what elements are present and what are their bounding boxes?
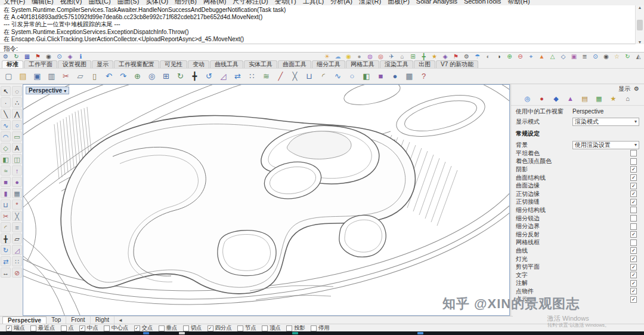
help-panel-tab-icon[interactable]: ⌂ (623, 94, 632, 103)
help-icon[interactable]: ? (417, 70, 430, 82)
target-icon[interactable]: ◎ (377, 53, 385, 60)
taskbar-app-indicator[interactable] (179, 332, 185, 334)
display-option-checkbox[interactable] (630, 166, 637, 173)
triangle-icon[interactable]: ▲ (538, 53, 546, 60)
osnap-checkbox[interactable] (61, 325, 67, 331)
circle-icon[interactable]: ○ (12, 120, 22, 130)
viewport-title[interactable]: Perspective▾ (26, 87, 69, 94)
crosshair-icon[interactable]: ⌖ (527, 53, 535, 60)
mesh-icon[interactable]: ▦ (403, 70, 416, 82)
display-panel-tab-icon[interactable]: ◎ (523, 94, 532, 103)
menu-item[interactable]: 视图(V) (60, 0, 82, 5)
zoom-extents-icon[interactable]: ⊞ (160, 70, 172, 82)
trim-icon[interactable]: ╱ (274, 70, 287, 82)
bulb-icon[interactable]: ◉ (345, 53, 352, 60)
display-option-checkbox[interactable] (630, 199, 637, 205)
display-option-checkbox[interactable] (630, 288, 637, 294)
toolbar-tab[interactable]: 标准 (2, 60, 23, 68)
mesh-icon[interactable]: ▦ (12, 188, 22, 198)
osnap-checkbox[interactable] (286, 325, 292, 331)
taskbar-app-indicator[interactable] (292, 332, 298, 334)
sun-icon[interactable]: ☀ (323, 53, 331, 60)
menu-item[interactable]: 文件(F) (4, 0, 25, 5)
plus-circle-icon[interactable]: ⊕ (506, 53, 513, 60)
join-icon[interactable]: ⊔ (303, 70, 315, 82)
toolbar-tab[interactable]: 出图 (414, 60, 435, 68)
circle-icon[interactable]: ○ (346, 70, 358, 82)
square-icon[interactable]: ▣ (570, 53, 578, 60)
minus-circle-icon[interactable]: ⊖ (516, 53, 524, 60)
mirror-icon[interactable]: ⇄ (1, 256, 11, 266)
cylinder-icon[interactable]: ▮ (1, 188, 11, 198)
display-option-checkbox[interactable] (630, 183, 637, 189)
triangle-outline-icon[interactable]: △ (549, 53, 556, 60)
hide-icon[interactable]: ⊘ (12, 268, 22, 278)
pan-icon[interactable]: ⊕ (131, 70, 144, 82)
join-icon[interactable]: ⊔ (1, 199, 11, 210)
curve-icon[interactable]: ∿ (1, 120, 11, 130)
display-option-checkbox[interactable] (630, 280, 637, 287)
display-option-checkbox[interactable] (630, 264, 637, 271)
extrude-icon[interactable]: ↑ (12, 165, 22, 176)
menu-item[interactable]: 网格(M) (203, 0, 227, 5)
polygon-icon[interactable]: ◇ (1, 143, 11, 153)
copy-icon[interactable]: ▱ (74, 70, 86, 82)
lasso-icon[interactable]: ◌ (12, 86, 22, 96)
display-mode-select[interactable]: 渲染模式 ▾ (572, 118, 639, 126)
display-option-checkbox[interactable] (630, 223, 637, 230)
osnap-checkbox[interactable] (262, 325, 268, 331)
box-icon[interactable]: ■ (1, 177, 11, 187)
loft-icon[interactable]: ≈ (1, 165, 11, 176)
offset-icon[interactable]: ≡ (12, 222, 22, 232)
menu-item[interactable]: 实体(O) (145, 0, 168, 5)
menu-item[interactable]: 工具(L) (303, 0, 324, 5)
command-input[interactable]: 指令: (0, 44, 644, 53)
save-file-icon[interactable]: ▣ (31, 70, 44, 82)
new-file-icon[interactable]: ▢ (2, 70, 15, 82)
view-eye-icon[interactable]: ⊙ (592, 53, 599, 60)
background-select[interactable]: 使用渲染设置 ▾ (572, 141, 639, 149)
toolbar-tab[interactable]: 实体工具 (244, 60, 277, 68)
dimension-icon[interactable]: ↔ (1, 268, 11, 278)
eye-icon[interactable]: ⊙ (55, 53, 63, 60)
select-arrow-icon[interactable]: ↖ (1, 86, 11, 96)
osnap-checkbox[interactable] (6, 325, 12, 331)
windows-taskbar[interactable] (0, 331, 644, 335)
sphere-icon[interactable]: ● (389, 70, 401, 82)
copy-icon[interactable]: ▱ (12, 233, 22, 244)
display-option-checkbox[interactable] (630, 247, 637, 254)
menu-item[interactable]: SectionTools (464, 0, 501, 5)
menu-item[interactable]: 变动(T) (275, 0, 296, 5)
menu-item[interactable]: 编辑(E) (32, 0, 54, 5)
command-history-scrollbar[interactable]: ▲ ▼ (635, 5, 644, 44)
paste-icon[interactable]: ▯ (88, 70, 101, 82)
osnap-checkbox[interactable] (134, 325, 140, 331)
polyline-icon[interactable]: ⋀ (12, 109, 22, 119)
offset-icon[interactable]: ≋ (260, 70, 273, 82)
gear-icon[interactable]: ⚙ (463, 53, 470, 60)
layers-icon[interactable]: ≣ (581, 53, 589, 60)
arc-icon[interactable]: ◠ (1, 131, 11, 142)
surface-icon[interactable]: ◧ (360, 70, 373, 82)
point-icon[interactable]: ∙ (1, 97, 11, 107)
fillet-icon[interactable]: ◜ (317, 70, 330, 82)
sphere-icon[interactable]: ● (12, 177, 22, 187)
sync-icon[interactable]: ↻ (13, 53, 20, 60)
toolbar-tab[interactable]: 曲线工具 (210, 60, 243, 68)
menu-item[interactable]: 曲面(S) (117, 0, 140, 5)
refresh-icon[interactable]: ↻ (624, 53, 631, 60)
display-option-checkbox[interactable] (630, 231, 637, 238)
explode-icon[interactable]: * (12, 199, 22, 210)
toolbar-tab[interactable]: 设置视图 (58, 60, 91, 68)
scroll-down-icon[interactable]: ▼ (638, 40, 642, 44)
redo-icon[interactable]: ↷ (117, 70, 129, 82)
menu-item[interactable]: 曲线(C) (88, 0, 110, 5)
star-icon[interactable]: ★ (431, 53, 438, 60)
osnap-checkbox[interactable] (30, 325, 36, 331)
display-option-checkbox[interactable] (630, 207, 637, 213)
toolbar-tab[interactable]: 工作平面 (24, 60, 57, 68)
array-icon[interactable]: ∷ (246, 70, 258, 82)
command-history[interactable]: 在 System.Runtime.CompilerServices.TaskAw… (0, 5, 636, 44)
toolbar-tab[interactable]: 曲面工具 (278, 60, 311, 68)
toolbar-tab[interactable]: 可见性 (160, 60, 187, 68)
